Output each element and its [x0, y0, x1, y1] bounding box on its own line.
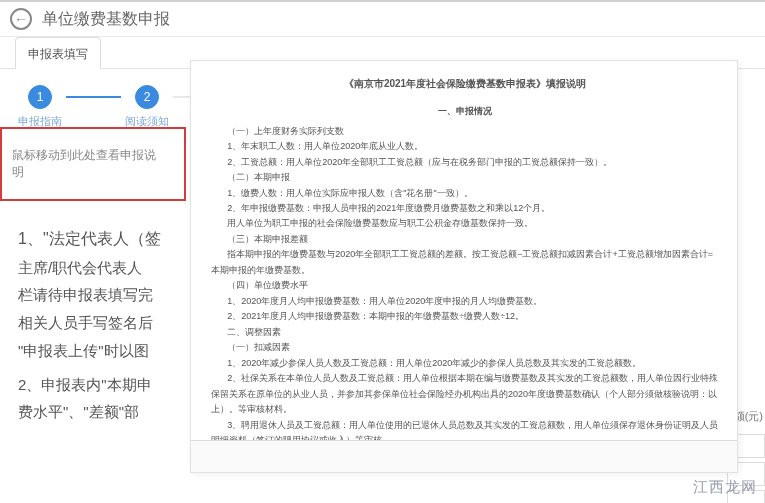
doc-line: 2、2021年度月人均申报缴费基数：本期申报的年缴费基数÷缴费人数÷12。 [211, 309, 719, 324]
tab-form-fill[interactable]: 申报表填写 [15, 37, 101, 69]
step-line [66, 96, 121, 98]
step-1[interactable]: 1 申报指南 [18, 85, 62, 129]
doc-line: 用人单位为职工申报的社会保险缴费基数应与职工公积金存缴基数保持一致。 [211, 216, 719, 231]
doc-line: （二）本期申报 [211, 170, 719, 185]
doc-line: （一）扣减因素 [211, 340, 719, 355]
doc-line: 2、社保关系在本单位人员人数及工资总额：用人单位根据本期在编与缴费基数及其实发的… [211, 371, 719, 417]
hover-tip-box: 鼠标移动到此处查看申报说明 [0, 127, 186, 201]
doc-line: 二、调整因素 [211, 325, 719, 340]
doc-line: （一）上年度财务实际列支数 [211, 124, 719, 139]
watermark: 江西龙网 [693, 478, 757, 497]
doc-line: 1、年末职工人数：用人单位2020年底从业人数。 [211, 139, 719, 154]
back-icon[interactable] [10, 8, 32, 30]
overlay-footer [191, 440, 737, 472]
page-title: 单位缴费基数申报 [42, 9, 170, 30]
doc-line: 1、2020年减少参保人员人数及工资总额：用人单位2020年减少的参保人员总数及… [211, 356, 719, 371]
doc-line: （三）本期申报差额 [211, 232, 719, 247]
doc-title: 《南京市2021年度社会保险缴费基数申报表》填报说明 [211, 75, 719, 92]
step-2[interactable]: 2 阅读须知 [125, 85, 169, 129]
doc-line: 1、缴费人数：用人单位实际应申报人数（含"花名册"一致）。 [211, 186, 719, 201]
doc-line: 2、工资总额：用人单位2020年全部职工工资总额（应与在税务部门申报的工资总额保… [211, 155, 719, 170]
page-header: 单位缴费基数申报 [0, 2, 765, 37]
doc-line: 指本期申报的年缴费基数与2020年全部职工工资总额的差额。按工资总额−工资总额扣… [211, 247, 719, 278]
instruction-overlay: 《南京市2021年度社会保险缴费基数申报表》填报说明 一、申报情况 （一）上年度… [190, 60, 738, 473]
doc-line: 1、2020年度月人均申报缴费基数：用人单位2020年度申报的月人均缴费基数。 [211, 294, 719, 309]
doc-line: 2、年申报缴费基数：申报人员申报的2021年度缴费月缴费基数之和乘以12个月。 [211, 201, 719, 216]
doc-line: （四）单位缴费水平 [211, 278, 719, 293]
doc-section-heading: 一、申报情况 [211, 104, 719, 119]
